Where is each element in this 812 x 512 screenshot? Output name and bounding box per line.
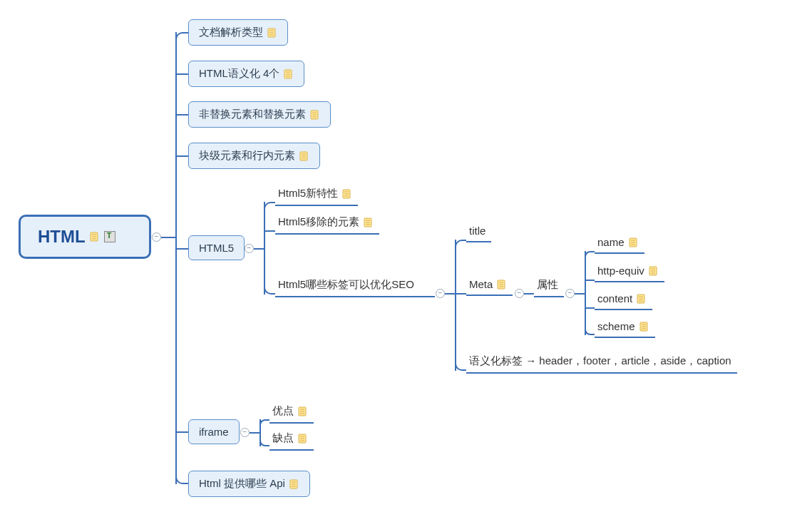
connector bbox=[161, 237, 175, 238]
connector bbox=[264, 202, 265, 295]
node-iframe-pros[interactable]: 优点 bbox=[269, 401, 314, 424]
node-label: Html5哪些标签可以优化SEO bbox=[278, 278, 414, 292]
node-label: iframe bbox=[199, 426, 229, 438]
node-html5-seo[interactable]: Html5哪些标签可以优化SEO bbox=[275, 275, 435, 297]
connector bbox=[175, 155, 188, 157]
expand-toggle-seo[interactable] bbox=[436, 289, 445, 298]
connector bbox=[175, 431, 188, 433]
node-label: 属性 bbox=[537, 278, 558, 292]
connector bbox=[445, 293, 455, 295]
note-icon bbox=[629, 237, 639, 247]
node-doc-parse[interactable]: 文档解析类型 bbox=[188, 19, 288, 46]
node-label: Html5移除的元素 bbox=[278, 215, 359, 229]
node-semantic4[interactable]: HTML语义化 4个 bbox=[188, 61, 304, 87]
node-label: Html 提供哪些 Api bbox=[199, 477, 285, 491]
node-label: scheme bbox=[597, 320, 635, 332]
connector bbox=[585, 280, 595, 281]
node-replaced[interactable]: 非替换元素和替换元素 bbox=[188, 101, 331, 128]
node-label: content bbox=[597, 292, 632, 304]
expand-toggle-root[interactable] bbox=[152, 232, 161, 242]
root-label: HTML bbox=[38, 227, 86, 247]
node-attr-name[interactable]: name bbox=[595, 233, 644, 254]
node-label: Meta bbox=[469, 278, 493, 290]
note-icon bbox=[497, 280, 507, 290]
note-icon bbox=[289, 479, 299, 489]
node-label: HTML语义化 4个 bbox=[199, 67, 279, 81]
note-icon bbox=[364, 217, 374, 227]
connector bbox=[175, 32, 177, 484]
node-label: 块级元素和行内元素 bbox=[199, 149, 295, 163]
node-label: 缺点 bbox=[272, 431, 294, 445]
node-attr-httpequiv[interactable]: http-equiv bbox=[595, 262, 664, 282]
node-html-api[interactable]: Html 提供哪些 Api bbox=[188, 471, 310, 497]
node-label: 优点 bbox=[272, 404, 294, 418]
note-icon bbox=[637, 294, 647, 304]
text-marker-icon bbox=[104, 231, 115, 242]
expand-toggle-meta[interactable] bbox=[515, 289, 524, 298]
connector bbox=[455, 293, 466, 295]
connector bbox=[175, 73, 188, 75]
node-meta-attr[interactable]: 属性 bbox=[534, 275, 564, 297]
node-seo-meta[interactable]: Meta bbox=[466, 275, 513, 296]
connector bbox=[575, 293, 585, 295]
connector bbox=[585, 307, 595, 309]
node-block-inline[interactable]: 块级元素和行内元素 bbox=[188, 143, 320, 169]
node-iframe-cons[interactable]: 缺点 bbox=[269, 429, 314, 451]
node-label: http-equiv bbox=[597, 265, 644, 277]
node-label: title bbox=[469, 225, 485, 237]
connector bbox=[175, 248, 188, 250]
node-label: 文档解析类型 bbox=[199, 26, 263, 39]
connector bbox=[524, 293, 534, 295]
connector bbox=[175, 32, 185, 42]
connector bbox=[585, 251, 586, 335]
node-seo-semantictags[interactable]: 语义化标签 → header，footer，article，aside，capt… bbox=[466, 352, 737, 374]
note-icon bbox=[90, 232, 100, 242]
connector bbox=[455, 240, 456, 371]
note-icon bbox=[299, 151, 309, 161]
node-attr-content[interactable]: content bbox=[595, 290, 652, 310]
expand-toggle-iframe[interactable] bbox=[240, 428, 250, 437]
connector bbox=[175, 114, 188, 116]
note-icon bbox=[284, 69, 294, 79]
note-icon bbox=[267, 28, 277, 38]
root-node[interactable]: HTML bbox=[19, 215, 151, 259]
node-label: name bbox=[597, 236, 625, 248]
note-icon bbox=[310, 110, 320, 120]
node-label: 语义化标签 → header，footer，article，aside，capt… bbox=[469, 354, 731, 368]
node-label: 非替换元素和替换元素 bbox=[199, 108, 306, 121]
note-icon bbox=[639, 322, 649, 332]
connector bbox=[250, 432, 259, 434]
node-html5-newfeature[interactable]: Html5新特性 bbox=[275, 184, 358, 206]
note-icon bbox=[649, 266, 659, 276]
node-label: HTML5 bbox=[199, 242, 234, 254]
expand-toggle-html5[interactable] bbox=[245, 244, 254, 253]
note-icon bbox=[298, 434, 308, 444]
node-html5-removed[interactable]: Html5移除的元素 bbox=[275, 213, 379, 235]
note-icon bbox=[298, 406, 308, 416]
node-seo-title[interactable]: title bbox=[466, 222, 491, 242]
node-attr-scheme[interactable]: scheme bbox=[595, 317, 655, 338]
note-icon bbox=[342, 189, 352, 199]
node-html5[interactable]: HTML5 bbox=[188, 235, 245, 260]
expand-toggle-attr[interactable] bbox=[565, 289, 575, 298]
node-iframe[interactable]: iframe bbox=[188, 419, 240, 444]
connector bbox=[254, 248, 264, 250]
node-label: Html5新特性 bbox=[278, 187, 338, 200]
connector bbox=[264, 230, 275, 232]
